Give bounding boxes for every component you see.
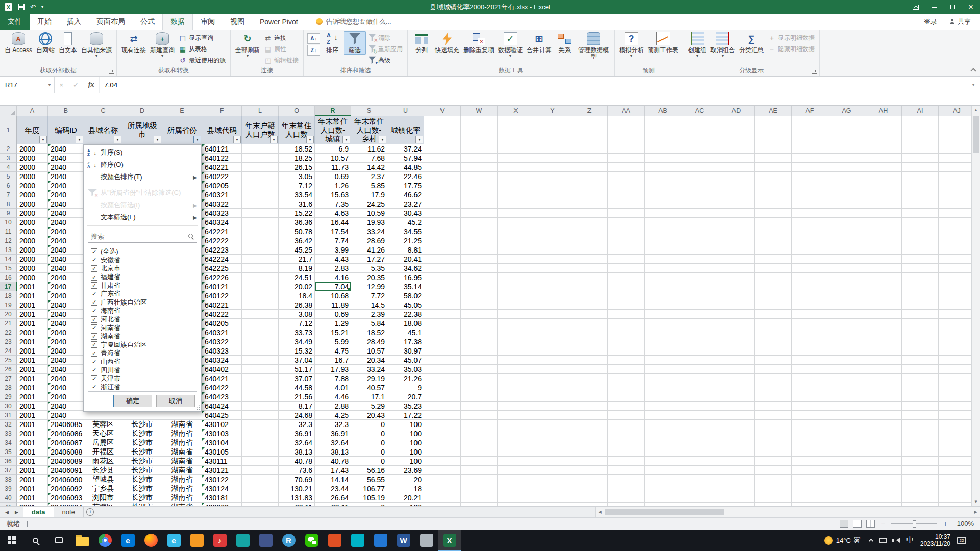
scroll-up-icon[interactable]: ▲ xyxy=(972,106,980,114)
cell-B27[interactable]: 2040 xyxy=(48,374,84,383)
grid-cells-empty[interactable] xyxy=(424,365,975,374)
filter-menu-item-sort-descending[interactable]: ZA↓降序(O) xyxy=(84,159,201,171)
row-header-33[interactable]: 33 xyxy=(0,429,17,438)
cell-B11[interactable]: 2040 xyxy=(48,227,84,236)
checkbox-checked-icon[interactable]: ✓ xyxy=(91,274,97,281)
sort-ascending-button[interactable]: A↓ xyxy=(307,33,320,44)
cell-B13[interactable]: 2040 xyxy=(48,245,84,255)
row-header-12[interactable]: 12 xyxy=(0,236,17,245)
cell-L23[interactable] xyxy=(242,337,279,346)
taskbar-app-edge[interactable]: e xyxy=(116,530,139,551)
cell-O11[interactable]: 50.78 xyxy=(279,227,315,236)
scroll-right-icon[interactable]: ▶ xyxy=(971,510,980,514)
row-header-40[interactable]: 40 xyxy=(0,493,17,503)
cell-B24[interactable]: 2040 xyxy=(48,346,84,356)
cell-B31[interactable]: 2040 xyxy=(48,411,84,420)
cell-R41[interactable]: 23.11 xyxy=(315,503,351,506)
taskbar-app-ie[interactable]: e xyxy=(162,530,185,551)
cell-U20[interactable]: 22.38 xyxy=(387,310,424,319)
cell-U23[interactable]: 17.38 xyxy=(387,337,424,346)
grid-cells-empty[interactable] xyxy=(424,466,975,475)
cell-B26[interactable]: 2040 xyxy=(48,365,84,374)
cell-F4[interactable]: 640221 xyxy=(202,163,242,172)
ribbon-button-funnel[interactable]: 筛选 xyxy=(344,31,366,55)
header-cell-L[interactable]: 年末户籍人口户数▼ xyxy=(242,116,279,144)
cell-L41[interactable] xyxy=(242,503,279,506)
ribbon-button-grid[interactable]: ▦从表格 xyxy=(177,43,228,55)
column-header-A[interactable]: A xyxy=(17,106,48,116)
cell-L29[interactable] xyxy=(242,392,279,402)
cell-R34[interactable]: 32.64 xyxy=(315,438,351,447)
filter-search-box[interactable] xyxy=(88,230,197,243)
cell-S32[interactable]: 0 xyxy=(351,420,387,429)
cell-U2[interactable]: 37.24 xyxy=(387,144,424,154)
zoom-level[interactable]: 100% xyxy=(953,520,974,528)
row-header-11[interactable]: 11 xyxy=(0,227,17,236)
cell-O27[interactable]: 37.07 xyxy=(279,374,315,383)
row-header-1[interactable]: 1 xyxy=(0,116,17,144)
filter-menu-item-filter-by-color[interactable]: 按颜色筛选(I)▶ xyxy=(84,199,201,211)
cell-E33[interactable]: 湖南省 xyxy=(162,429,202,438)
cell-U13[interactable]: 8.81 xyxy=(387,245,424,255)
filter-button-L[interactable]: ▼ xyxy=(270,136,278,143)
row-header-13[interactable]: 13 xyxy=(0,245,17,255)
cell-O28[interactable]: 44.58 xyxy=(279,383,315,392)
cell-L24[interactable] xyxy=(242,346,279,356)
cell-L32[interactable] xyxy=(242,420,279,429)
cell-R28[interactable]: 4.01 xyxy=(315,383,351,392)
row-header-16[interactable]: 16 xyxy=(0,273,17,282)
ribbon-button-rel[interactable]: 关系 xyxy=(553,31,576,55)
filter-search-input[interactable] xyxy=(91,230,188,242)
cell-A31[interactable]: 2001 xyxy=(17,411,48,420)
cell-A19[interactable]: 2001 xyxy=(17,300,48,310)
cell-O2[interactable]: 18.52 xyxy=(279,144,315,154)
cell-F18[interactable]: 640122 xyxy=(202,291,242,300)
cell-O20[interactable]: 3.08 xyxy=(279,310,315,319)
close-button[interactable]: × xyxy=(962,0,980,14)
taskbar-clock[interactable]: 10:37 2023/11/20 xyxy=(920,533,950,547)
cell-S25[interactable]: 20.34 xyxy=(351,356,387,365)
cell-A12[interactable]: 2000 xyxy=(17,236,48,245)
cell-L20[interactable] xyxy=(242,310,279,319)
cell-A6[interactable]: 2000 xyxy=(17,181,48,190)
checkbox-checked-icon[interactable]: ✓ xyxy=(91,367,97,373)
cell-C39[interactable]: 宁乡县 xyxy=(84,484,122,493)
formula-content[interactable]: 7.04 xyxy=(100,77,967,93)
row-header-39[interactable]: 39 xyxy=(0,484,17,493)
cell-R31[interactable]: 4.25 xyxy=(315,411,351,420)
cell-R12[interactable]: 7.74 xyxy=(315,236,351,245)
checkbox-checked-icon[interactable]: ✓ xyxy=(91,308,97,314)
cell-B19[interactable]: 2040 xyxy=(48,300,84,310)
checkbox-checked-icon[interactable]: ✓ xyxy=(91,257,97,263)
ribbon-button-detail-hide[interactable]: −隐藏明细数据 xyxy=(766,43,817,55)
ribbon-button-funnel-r[interactable]: 重新应用 xyxy=(366,43,405,55)
checkbox-checked-icon[interactable]: ✓ xyxy=(91,316,97,323)
row-header-15[interactable]: 15 xyxy=(0,264,17,273)
cell-B23[interactable]: 2040 xyxy=(48,337,84,346)
taskbar-app-app-gray[interactable] xyxy=(415,530,438,551)
ribbon-button-chart[interactable]: 预测工作表 xyxy=(646,31,680,55)
column-header-D[interactable]: D xyxy=(122,106,162,116)
new-sheet-button[interactable]: + xyxy=(84,507,97,517)
cell-L27[interactable] xyxy=(242,374,279,383)
cell-F40[interactable]: 430181 xyxy=(202,493,242,503)
cell-R13[interactable]: 3.99 xyxy=(315,245,351,255)
column-header-AI[interactable]: AI xyxy=(902,106,939,116)
filter-option[interactable]: ✓浙江省 xyxy=(89,383,197,392)
grid-cells-empty[interactable] xyxy=(424,255,975,264)
cell-D35[interactable]: 长沙市 xyxy=(122,447,162,457)
cell-F6[interactable]: 640205 xyxy=(202,181,242,190)
cell-B22[interactable]: 2040 xyxy=(48,328,84,337)
cell-R6[interactable]: 1.26 xyxy=(315,181,351,190)
taskbar-app-firefox[interactable] xyxy=(139,530,162,551)
cell-O12[interactable]: 36.42 xyxy=(279,236,315,245)
selected-cell[interactable]: 7.04 xyxy=(315,282,351,291)
cell-U28[interactable]: 9 xyxy=(387,383,424,392)
cell-F37[interactable]: 430121 xyxy=(202,466,242,475)
checkbox-checked-icon[interactable]: ✓ xyxy=(91,291,97,297)
zoom-out-button[interactable]: − xyxy=(879,520,887,528)
cell-O5[interactable]: 3.05 xyxy=(279,172,315,181)
column-header-E[interactable]: E xyxy=(162,106,202,116)
cell-C40[interactable]: 浏阳市 xyxy=(84,493,122,503)
cell-S34[interactable]: 0 xyxy=(351,438,387,447)
